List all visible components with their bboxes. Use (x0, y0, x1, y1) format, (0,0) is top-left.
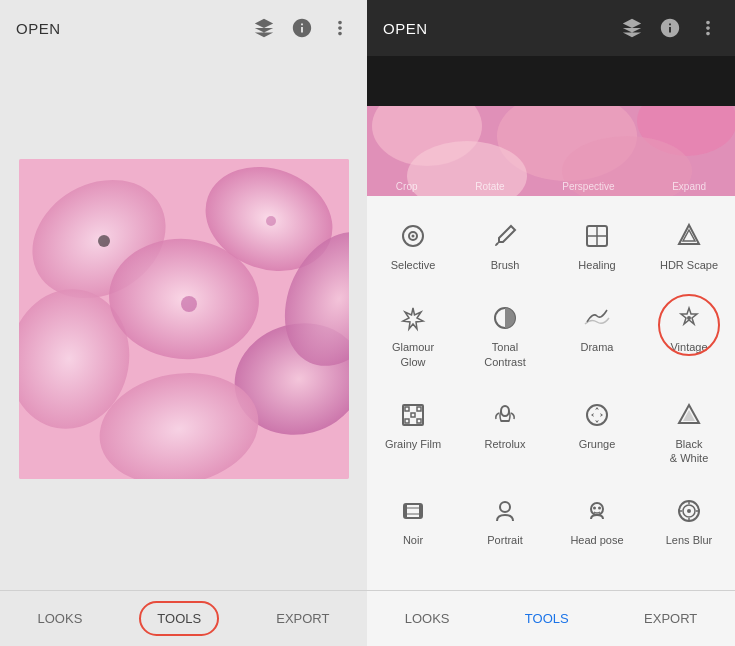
left-panel: OPEN (0, 0, 367, 646)
strip-expand: Expand (672, 181, 706, 192)
tool-drama[interactable]: Drama (557, 292, 637, 377)
svg-rect-28 (403, 405, 423, 425)
retrolux-icon (487, 397, 523, 433)
drama-icon (579, 300, 615, 336)
left-header-icons (253, 17, 351, 39)
tools-circle-highlight (139, 601, 219, 636)
tools-row-1: Selective Brush Healing HDR Scape (367, 204, 735, 286)
selective-label: Selective (391, 258, 436, 272)
svg-point-19 (412, 235, 415, 238)
tool-hdr-scape[interactable]: HDR Scape (649, 210, 729, 280)
tool-vintage[interactable]: Vintage (649, 292, 729, 377)
svg-rect-30 (417, 407, 421, 411)
svg-point-34 (501, 406, 509, 416)
strip-crop: Crop (396, 181, 418, 192)
portrait-icon (487, 493, 523, 529)
left-info-icon[interactable] (291, 17, 313, 39)
left-layers-icon[interactable] (253, 17, 275, 39)
svg-marker-25 (403, 308, 423, 329)
svg-point-10 (266, 216, 276, 226)
tool-brush[interactable]: Brush (465, 210, 545, 280)
svg-rect-41 (419, 504, 422, 518)
right-tab-tools[interactable]: TOOLS (509, 603, 585, 634)
glamour-glow-icon (395, 300, 431, 336)
tool-grainy-film[interactable]: Grainy Film (373, 389, 453, 474)
right-image-strip: Crop Rotate Perspective Expand (367, 56, 735, 196)
left-image-area (0, 56, 367, 646)
svg-rect-33 (411, 413, 415, 417)
brush-icon (487, 218, 523, 254)
vintage-circle-highlight (658, 294, 720, 356)
left-photo (19, 159, 349, 479)
glamour-glow-label: GlamourGlow (392, 340, 434, 369)
tool-lens-blur[interactable]: Lens Blur (649, 485, 729, 555)
tools-grid: Selective Brush Healing HDR Scape (367, 196, 735, 590)
tools-row-3: Grainy Film Retrolux Grunge Black& White (367, 383, 735, 480)
tool-noir[interactable]: Noir (373, 485, 453, 555)
left-footer: LOOKS TOOLS EXPORT (0, 590, 367, 646)
right-layers-icon[interactable] (621, 17, 643, 39)
tool-tonal-contrast[interactable]: TonalContrast (465, 292, 545, 377)
svg-point-47 (598, 507, 601, 510)
retrolux-label: Retrolux (485, 437, 526, 451)
right-header-icons (621, 17, 719, 39)
tool-selective[interactable]: Selective (373, 210, 453, 280)
tool-healing[interactable]: Healing (557, 210, 637, 280)
tool-grunge[interactable]: Grunge (557, 389, 637, 474)
svg-point-50 (687, 509, 691, 513)
right-panel: OPEN (367, 0, 735, 646)
tool-head-pose[interactable]: Head pose (557, 485, 637, 555)
tool-glamour-glow[interactable]: GlamourGlow (373, 292, 453, 377)
right-footer: LOOKS TOOLS EXPORT (367, 590, 735, 646)
left-tab-export[interactable]: EXPORT (260, 603, 345, 634)
portrait-label: Portrait (487, 533, 522, 547)
tonal-contrast-label: TonalContrast (484, 340, 526, 369)
black-white-label: Black& White (670, 437, 709, 466)
svg-rect-31 (405, 419, 409, 423)
right-tab-export[interactable]: EXPORT (628, 603, 713, 634)
svg-point-9 (98, 235, 110, 247)
lens-blur-label: Lens Blur (666, 533, 712, 547)
drama-label: Drama (580, 340, 613, 354)
svg-point-8 (181, 296, 197, 312)
hdr-scape-label: HDR Scape (660, 258, 718, 272)
noir-icon (395, 493, 431, 529)
head-pose-label: Head pose (570, 533, 623, 547)
grunge-label: Grunge (579, 437, 616, 451)
svg-point-46 (593, 507, 596, 510)
strip-perspective: Perspective (562, 181, 614, 192)
right-info-icon[interactable] (659, 17, 681, 39)
healing-icon (579, 218, 615, 254)
svg-rect-40 (404, 504, 407, 518)
right-header: OPEN (367, 0, 735, 56)
left-more-icon[interactable] (329, 17, 351, 39)
tools-row-4: Noir Portrait Head pose Lens Blur (367, 479, 735, 561)
strip-rotate: Rotate (475, 181, 504, 192)
tool-portrait[interactable]: Portrait (465, 485, 545, 555)
grainy-film-icon (395, 397, 431, 433)
healing-label: Healing (578, 258, 615, 272)
hdr-scape-icon (671, 218, 707, 254)
right-more-icon[interactable] (697, 17, 719, 39)
lens-blur-icon (671, 493, 707, 529)
right-tab-looks[interactable]: LOOKS (389, 603, 466, 634)
tool-retrolux[interactable]: Retrolux (465, 389, 545, 474)
tool-black-white[interactable]: Black& White (649, 389, 729, 474)
black-white-icon (671, 397, 707, 433)
grunge-icon (579, 397, 615, 433)
grainy-film-label: Grainy Film (385, 437, 441, 451)
brush-label: Brush (491, 258, 520, 272)
tonal-contrast-icon (487, 300, 523, 336)
left-header: OPEN (0, 0, 367, 56)
left-tab-tools[interactable]: TOOLS (141, 603, 217, 634)
head-pose-icon (579, 493, 615, 529)
selective-icon (395, 218, 431, 254)
left-tab-looks[interactable]: LOOKS (22, 603, 99, 634)
svg-point-44 (500, 502, 510, 512)
right-app-title: OPEN (383, 20, 621, 37)
svg-rect-29 (405, 407, 409, 411)
tools-row-2: GlamourGlow TonalContrast Drama Vintag (367, 286, 735, 383)
svg-rect-32 (417, 419, 421, 423)
noir-label: Noir (403, 533, 423, 547)
strip-labels: Crop Rotate Perspective Expand (367, 177, 735, 196)
